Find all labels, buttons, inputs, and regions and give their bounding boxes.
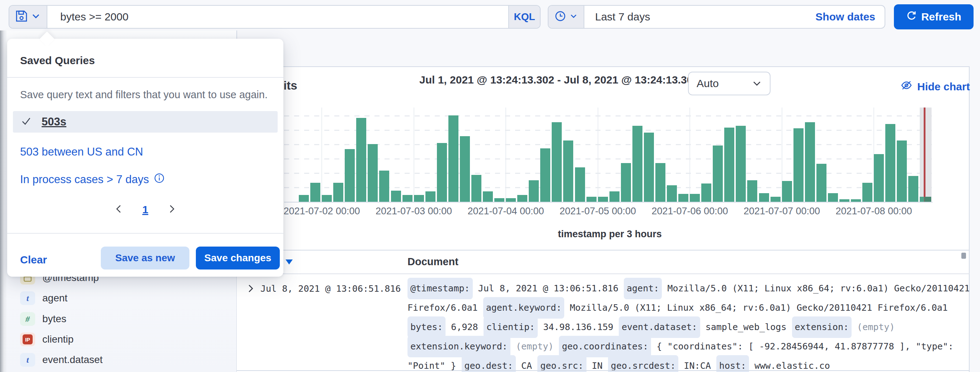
field-name-pill: geo.dest:: [462, 355, 516, 372]
histogram-bar: [563, 141, 573, 202]
histogram-bar-partial: [924, 197, 931, 202]
chart-time-range-title: Jul 1, 2021 @ 13:24:13.302 - Jul 8, 2021…: [419, 74, 699, 86]
check-icon: [21, 116, 32, 128]
save-as-new-button[interactable]: Save as new: [101, 247, 189, 269]
histogram-bar: [839, 199, 850, 202]
field-name: agent: [42, 293, 67, 304]
table-scrollbar-thumb[interactable]: [961, 253, 966, 259]
histogram-bar: [540, 148, 550, 202]
table-top-border: [237, 250, 970, 250]
histogram-bar: [690, 194, 700, 202]
clock-icon: [555, 10, 566, 23]
histogram-bar: [506, 198, 516, 202]
field-value: 34.98.136.159: [538, 318, 619, 337]
chart-horizontal-gridline: [284, 158, 933, 160]
histogram-bar: [759, 193, 769, 202]
histogram-bar: [368, 144, 378, 202]
histogram-bar-partial: [920, 197, 924, 202]
histogram-bar: [345, 149, 355, 202]
document-source-cell: @timestamp: Jul 8, 2021 @ 13:06:51.816 a…: [407, 279, 949, 372]
time-picker: Last 7 days Show dates: [548, 5, 885, 28]
saved-query-item-in-process[interactable]: In process cases > 7 days: [20, 173, 165, 186]
histogram-bar: [828, 193, 838, 202]
saved-queries-popover: Saved Queries Save query text and filter…: [7, 39, 283, 277]
interval-selected-value: Auto: [697, 78, 719, 90]
ip-field-icon: IP: [20, 332, 35, 346]
histogram-bar: [587, 197, 597, 202]
save-changes-button[interactable]: Save changes: [196, 247, 280, 269]
saved-query-label: 503s: [41, 116, 66, 128]
empty-value: (empty): [851, 318, 895, 337]
histogram-bar: [356, 118, 366, 202]
field-name-pill: geo.src:: [537, 355, 586, 372]
saved-query-item-503s[interactable]: 503s: [13, 111, 278, 133]
document-column-header: Document: [407, 256, 458, 268]
field-name-pill: agent:: [624, 278, 662, 299]
hide-chart-button[interactable]: Hide chart: [901, 79, 970, 93]
chart-horizontal-gridline: [284, 116, 933, 117]
query-input[interactable]: bytes >= 2000: [47, 6, 508, 28]
histogram-bar: [701, 184, 711, 202]
histogram-bar: [414, 195, 424, 202]
histogram-bar: [897, 141, 907, 202]
field-value: "Point" }: [407, 356, 462, 372]
divider: [7, 233, 283, 234]
saved-query-label: In process cases > 7 days: [20, 173, 149, 186]
show-dates-button[interactable]: Show dates: [815, 6, 885, 28]
saved-query-label: 503 between US and CN: [20, 146, 143, 158]
time-picker-menu-button[interactable]: [549, 6, 584, 28]
time-range-label[interactable]: Last 7 days: [584, 6, 650, 28]
histogram-bar: [862, 183, 872, 202]
field-name-pill: geo.coordinates:: [559, 336, 651, 357]
histogram-bar: [621, 163, 631, 202]
histogram-bar: [851, 199, 861, 202]
sidebar-field-bytes[interactable]: #bytes: [20, 311, 66, 327]
sidebar-field-clientip[interactable]: IPclientip: [20, 331, 73, 347]
field-name: clientip: [42, 334, 73, 345]
histogram-bar: [598, 197, 608, 202]
x-axis-tick-label: 2021-07-08 00:00: [816, 206, 931, 217]
field-value: Mozilla/5.0 (X11; Linux x86_64; rv:6.0a1…: [564, 298, 948, 318]
histogram-bar: [609, 192, 619, 202]
histogram-bar: [908, 176, 918, 202]
popover-title: Saved Queries: [20, 54, 95, 66]
chevron-down-icon: [752, 79, 762, 89]
expand-row-icon[interactable]: [245, 283, 256, 295]
previous-page-icon[interactable]: [114, 204, 124, 215]
histogram-bar: [632, 126, 643, 202]
field-name-pill: clientip:: [484, 317, 538, 338]
field-name: bytes: [42, 313, 66, 325]
saved-query-menu-button[interactable]: [10, 6, 47, 28]
field-name-pill: extension.keyword:: [407, 336, 511, 357]
histogram-bar: [552, 122, 562, 202]
kql-language-button[interactable]: KQL: [508, 6, 540, 28]
refresh-label: Refresh: [921, 11, 961, 23]
histogram-bar: [425, 192, 436, 202]
clear-button[interactable]: Clear: [20, 254, 47, 266]
histogram-bar: [816, 164, 826, 202]
chart-horizontal-gridline: [284, 144, 933, 145]
pagination: 1: [7, 204, 283, 216]
refresh-button[interactable]: Refresh: [894, 4, 974, 29]
query-bar: bytes >= 2000 KQL: [9, 5, 541, 28]
histogram-bar: [667, 185, 677, 202]
histogram-bar: [885, 124, 895, 202]
sidebar-field-event.dataset[interactable]: tevent.dataset: [20, 352, 103, 368]
histogram-bar: [782, 181, 792, 202]
field-value: Jul 8, 2021 @ 13:06:51.816: [473, 279, 624, 298]
field-value: { "coordinates": [ -92.28456944, 41.8787…: [651, 337, 953, 356]
field-name: event.dataset: [42, 354, 103, 366]
field-name-pill: event.dataset:: [619, 317, 700, 338]
saved-query-item-503-us-cn[interactable]: 503 between US and CN: [20, 146, 143, 158]
field-name-pill: agent.keyword:: [483, 297, 565, 318]
field-name-pill: host:: [716, 355, 749, 372]
chevron-down-icon: [31, 11, 41, 22]
sidebar-field-agent[interactable]: tagent: [20, 290, 67, 306]
chevron-down-icon: [570, 12, 578, 22]
interval-select[interactable]: Auto: [688, 72, 770, 95]
histogram-bar: [874, 154, 884, 202]
histogram-bar: [724, 128, 734, 202]
next-page-icon[interactable]: [167, 204, 177, 215]
page-number[interactable]: 1: [142, 204, 148, 216]
sort-descending-icon[interactable]: [286, 260, 293, 264]
